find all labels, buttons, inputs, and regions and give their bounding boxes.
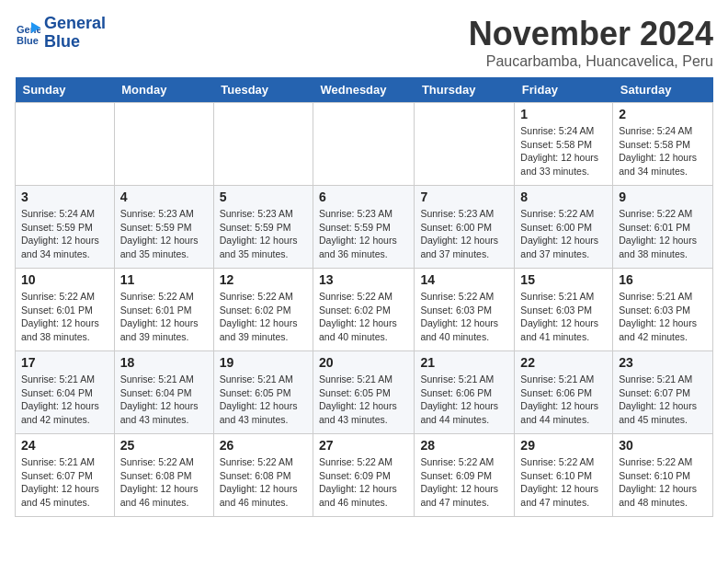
weekday-header-monday: Monday [114,77,213,103]
calendar-cell: 24Sunrise: 5:21 AM Sunset: 6:07 PM Dayli… [16,434,115,517]
logo: General Blue General Blue [15,15,106,52]
day-number: 15 [520,272,607,287]
week-row-0: 1Sunrise: 5:24 AM Sunset: 5:58 PM Daylig… [16,103,713,186]
logo-icon: General Blue [15,20,40,46]
day-number: 9 [619,190,707,204]
day-number: 30 [619,438,707,453]
svg-text:Blue: Blue [17,35,39,46]
calendar-cell: 27Sunrise: 5:22 AM Sunset: 6:09 PM Dayli… [313,434,415,517]
day-number: 1 [520,107,607,121]
day-number: 28 [420,438,508,453]
cell-info: Sunrise: 5:21 AM Sunset: 6:03 PM Dayligh… [520,290,607,344]
calendar-cell: 26Sunrise: 5:22 AM Sunset: 6:08 PM Dayli… [213,434,313,517]
calendar-cell: 28Sunrise: 5:22 AM Sunset: 6:09 PM Dayli… [415,434,515,517]
day-number: 10 [21,272,108,287]
weekday-header-thursday: Thursday [415,77,515,103]
day-number: 8 [520,190,607,204]
weekday-header-wednesday: Wednesday [313,77,415,103]
calendar-cell: 22Sunrise: 5:21 AM Sunset: 6:06 PM Dayli… [515,351,613,434]
cell-info: Sunrise: 5:21 AM Sunset: 6:05 PM Dayligh… [220,373,307,427]
calendar-cell: 18Sunrise: 5:21 AM Sunset: 6:04 PM Dayli… [114,351,213,434]
month-title: November 2024 [469,15,713,53]
header-row: SundayMondayTuesdayWednesdayThursdayFrid… [16,77,713,103]
weekday-header-sunday: Sunday [16,77,115,103]
day-number: 23 [619,355,707,370]
day-number: 19 [220,355,307,370]
cell-info: Sunrise: 5:22 AM Sunset: 6:10 PM Dayligh… [520,455,607,510]
weekday-header-saturday: Saturday [613,77,713,103]
day-number: 17 [21,355,108,370]
week-row-1: 3Sunrise: 5:24 AM Sunset: 5:59 PM Daylig… [16,186,713,269]
day-number: 3 [21,190,108,204]
cell-info: Sunrise: 5:22 AM Sunset: 6:03 PM Dayligh… [420,290,508,344]
cell-info: Sunrise: 5:22 AM Sunset: 6:09 PM Dayligh… [420,455,508,510]
day-number: 16 [619,272,707,287]
day-number: 27 [319,438,408,453]
calendar-cell: 20Sunrise: 5:21 AM Sunset: 6:05 PM Dayli… [313,351,415,434]
calendar-cell [213,103,313,186]
day-number: 18 [120,355,208,370]
calendar-cell: 21Sunrise: 5:21 AM Sunset: 6:06 PM Dayli… [415,351,515,434]
cell-info: Sunrise: 5:22 AM Sunset: 6:10 PM Dayligh… [619,455,707,510]
calendar-cell: 6Sunrise: 5:23 AM Sunset: 5:59 PM Daylig… [313,186,415,269]
cell-info: Sunrise: 5:22 AM Sunset: 6:01 PM Dayligh… [619,207,707,261]
day-number: 7 [420,190,508,204]
day-number: 4 [120,190,208,204]
calendar-cell: 12Sunrise: 5:22 AM Sunset: 6:02 PM Dayli… [213,269,313,351]
cell-info: Sunrise: 5:21 AM Sunset: 6:04 PM Dayligh… [120,373,208,427]
calendar-cell: 10Sunrise: 5:22 AM Sunset: 6:01 PM Dayli… [16,269,115,351]
cell-info: Sunrise: 5:24 AM Sunset: 5:59 PM Dayligh… [21,207,108,261]
day-number: 25 [120,438,208,453]
calendar-cell: 17Sunrise: 5:21 AM Sunset: 6:04 PM Dayli… [16,351,115,434]
location-title: Paucarbamba, Huancavelica, Peru [469,53,713,70]
weekday-header-friday: Friday [515,77,613,103]
week-row-2: 10Sunrise: 5:22 AM Sunset: 6:01 PM Dayli… [16,269,713,351]
cell-info: Sunrise: 5:22 AM Sunset: 6:01 PM Dayligh… [120,290,208,344]
calendar-cell: 15Sunrise: 5:21 AM Sunset: 6:03 PM Dayli… [515,269,613,351]
cell-info: Sunrise: 5:22 AM Sunset: 6:02 PM Dayligh… [319,290,408,344]
cell-info: Sunrise: 5:21 AM Sunset: 6:04 PM Dayligh… [21,373,108,427]
calendar-cell [313,103,415,186]
calendar-cell: 16Sunrise: 5:21 AM Sunset: 6:03 PM Dayli… [613,269,713,351]
calendar-cell [415,103,515,186]
calendar-cell: 25Sunrise: 5:22 AM Sunset: 6:08 PM Dayli… [114,434,213,517]
calendar-cell: 23Sunrise: 5:21 AM Sunset: 6:07 PM Dayli… [613,351,713,434]
day-number: 21 [420,355,508,370]
cell-info: Sunrise: 5:21 AM Sunset: 6:06 PM Dayligh… [520,373,607,427]
day-number: 11 [120,272,208,287]
day-number: 12 [220,272,307,287]
day-number: 26 [220,438,307,453]
cell-info: Sunrise: 5:23 AM Sunset: 5:59 PM Dayligh… [220,207,307,261]
cell-info: Sunrise: 5:23 AM Sunset: 6:00 PM Dayligh… [420,207,508,261]
calendar-cell: 8Sunrise: 5:22 AM Sunset: 6:00 PM Daylig… [515,186,613,269]
day-number: 22 [520,355,607,370]
calendar-cell: 2Sunrise: 5:24 AM Sunset: 5:58 PM Daylig… [613,103,713,186]
header: General Blue General Blue November 2024 … [15,15,713,70]
cell-info: Sunrise: 5:22 AM Sunset: 6:01 PM Dayligh… [21,290,108,344]
day-number: 13 [319,272,408,287]
cell-info: Sunrise: 5:24 AM Sunset: 5:58 PM Dayligh… [520,124,607,178]
weekday-header-tuesday: Tuesday [213,77,313,103]
cell-info: Sunrise: 5:21 AM Sunset: 6:07 PM Dayligh… [21,455,108,510]
day-number: 29 [520,438,607,453]
calendar-cell: 11Sunrise: 5:22 AM Sunset: 6:01 PM Dayli… [114,269,213,351]
cell-info: Sunrise: 5:22 AM Sunset: 6:08 PM Dayligh… [220,455,307,510]
cell-info: Sunrise: 5:21 AM Sunset: 6:07 PM Dayligh… [619,373,707,427]
logo-line1: General [44,15,106,33]
calendar-cell [16,103,115,186]
calendar-cell: 13Sunrise: 5:22 AM Sunset: 6:02 PM Dayli… [313,269,415,351]
calendar-cell: 14Sunrise: 5:22 AM Sunset: 6:03 PM Dayli… [415,269,515,351]
week-row-3: 17Sunrise: 5:21 AM Sunset: 6:04 PM Dayli… [16,351,713,434]
cell-info: Sunrise: 5:22 AM Sunset: 6:08 PM Dayligh… [120,455,208,510]
day-number: 20 [319,355,408,370]
calendar-cell: 3Sunrise: 5:24 AM Sunset: 5:59 PM Daylig… [16,186,115,269]
cell-info: Sunrise: 5:21 AM Sunset: 6:03 PM Dayligh… [619,290,707,344]
cell-info: Sunrise: 5:21 AM Sunset: 6:06 PM Dayligh… [420,373,508,427]
calendar-cell: 9Sunrise: 5:22 AM Sunset: 6:01 PM Daylig… [613,186,713,269]
calendar-cell: 4Sunrise: 5:23 AM Sunset: 5:59 PM Daylig… [114,186,213,269]
calendar-cell: 7Sunrise: 5:23 AM Sunset: 6:00 PM Daylig… [415,186,515,269]
cell-info: Sunrise: 5:22 AM Sunset: 6:02 PM Dayligh… [220,290,307,344]
day-number: 6 [319,190,408,204]
logo-line2: Blue [44,33,106,52]
cell-info: Sunrise: 5:24 AM Sunset: 5:58 PM Dayligh… [619,124,707,178]
